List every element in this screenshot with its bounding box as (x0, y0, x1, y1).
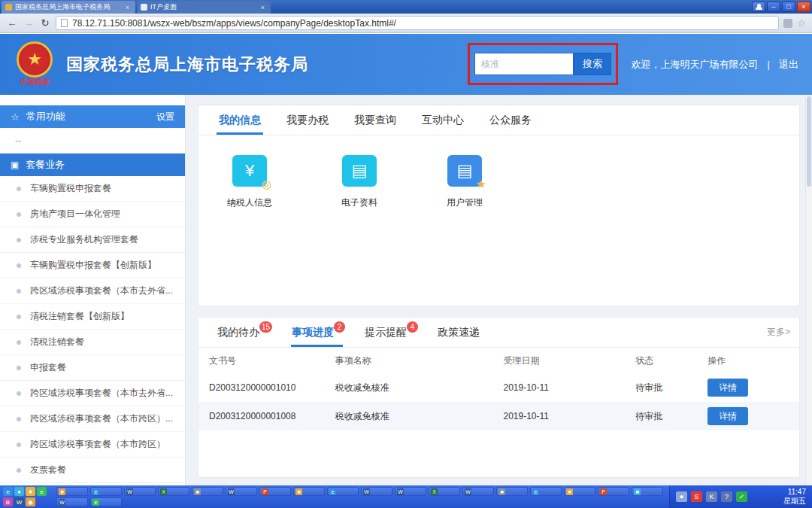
sidebar: 常用功能 设置 -- 套餐业务 车辆购置税申报套餐 房地产项目一体化管理 (0, 95, 186, 485)
taskbar-window-button[interactable]: X (158, 487, 189, 496)
tray-icon[interactable]: ● (676, 491, 687, 502)
taskbar-window-button[interactable]: ■ (192, 487, 223, 496)
taskbar-window-button[interactable]: ■ (496, 487, 528, 496)
main-tab[interactable]: 我要查询 (341, 105, 409, 135)
tasks-tab[interactable]: 提示提醒 4 (355, 318, 428, 347)
sidebar-item[interactable]: 清税注销套餐【创新版】 (0, 304, 185, 330)
sidebar-item[interactable]: 跨区域涉税事项套餐（本市去外省... (0, 278, 185, 304)
search-input[interactable] (474, 53, 574, 75)
taskbar-window-button[interactable]: P (259, 487, 291, 496)
taskbar-window-button[interactable]: e (530, 487, 562, 496)
taskbar-window-button[interactable]: ■ (56, 487, 88, 496)
tasks-tab-label: 政策速递 (438, 326, 480, 339)
close-button[interactable] (797, 2, 810, 12)
taskbar-window-button[interactable]: W (56, 497, 88, 506)
sidebar-item[interactable]: 房地产项目一体化管理 (0, 202, 185, 227)
quick-launch-icon[interactable]: W (14, 497, 24, 506)
sidebar-item[interactable]: 发票套餐 (0, 458, 185, 483)
more-link[interactable]: 更多> (767, 318, 790, 347)
taskbar-window-button[interactable]: e (327, 487, 359, 496)
quick-launch-icon[interactable]: e (3, 487, 13, 496)
taskbar-window-button[interactable]: W (395, 487, 426, 496)
tray-icon[interactable]: ? (721, 491, 732, 502)
quick-launch-icon[interactable]: B (3, 497, 13, 506)
taskbar-window-button[interactable]: X (429, 487, 460, 496)
shortcut[interactable]: ¥ ◎ 纳税人信息 (227, 155, 272, 209)
quick-launch-icon[interactable]: ● (14, 487, 24, 496)
shortcut[interactable]: ▤ ★ 用户管理 (447, 155, 483, 209)
maximize-button[interactable] (782, 2, 795, 12)
taskbar-window-button[interactable]: ■ (564, 487, 595, 496)
taskbar-window-buttons: ■ e W X ■ W (54, 485, 669, 508)
taskbar-window-button[interactable]: e (90, 497, 122, 506)
taskbar-window-button[interactable]: e (90, 487, 122, 496)
browser-titlebar: 国家税务总局上海市电子税务局 IT户桌面 (0, 0, 812, 14)
sidebar-item[interactable]: 涉税专业服务机构管理套餐 (0, 227, 185, 253)
scrollbar-thumb[interactable] (807, 96, 811, 187)
sidebar-item[interactable]: 车辆购置税申报套餐【创新版】 (0, 253, 185, 278)
quick-launch-icon[interactable]: ★ (26, 487, 35, 496)
shortcut[interactable]: ▤ 电子资料 (341, 155, 377, 209)
back-icon[interactable] (6, 17, 18, 29)
shortcut-glyph: ¥ (245, 161, 254, 181)
emblem-caption: 中国税务 (20, 77, 50, 87)
url-bar[interactable]: 78.12.71.150:8081/wszx-web/bszm/apps/vie… (56, 16, 779, 30)
profile-icon[interactable] (752, 2, 765, 12)
quick-launch-icon[interactable]: e (37, 487, 47, 496)
taskbar-window-button[interactable]: W (462, 487, 494, 496)
app-icon: ■ (295, 488, 302, 495)
vertical-scrollbar[interactable] (805, 95, 812, 485)
tab-badge: 4 (407, 321, 418, 333)
taskbar-window-button[interactable]: ■ (293, 487, 325, 496)
tasks-tab[interactable]: 事项进度 2 (282, 318, 355, 347)
sidebar-item-label: 申报套餐 (30, 361, 66, 374)
browser-tab[interactable]: IT户桌面 (137, 1, 271, 14)
search-button[interactable]: 搜索 (574, 53, 611, 75)
taskbar-window-button[interactable]: W (361, 487, 392, 496)
detail-button[interactable]: 详情 (707, 407, 748, 425)
sidebar-common-functions[interactable]: 常用功能 设置 (0, 105, 185, 128)
main-tab[interactable]: 我的信息 (206, 105, 274, 135)
app-icon: ■ (59, 488, 65, 495)
forward-icon[interactable] (23, 17, 35, 29)
tray-icon[interactable]: ✓ (736, 491, 747, 502)
taskbar-window-button[interactable]: W (124, 487, 156, 496)
sidebar-item[interactable]: 车辆购置税申报套餐 (0, 176, 185, 202)
tray-icon[interactable]: S (691, 491, 702, 502)
tab-badge: 2 (334, 321, 345, 333)
tasks-tab[interactable]: 政策速递 (428, 318, 489, 347)
clock-day: 星期五 (783, 497, 806, 506)
main-tab[interactable]: 我要办税 (274, 105, 341, 135)
sidebar-item-label: 清税注销套餐【创新版】 (30, 310, 129, 323)
sidebar-item[interactable]: 跨区域涉税事项套餐（本市去外省... (0, 381, 185, 406)
sidebar-item[interactable]: 清税注销套餐 (0, 330, 185, 355)
shortcut-label: 用户管理 (447, 196, 483, 209)
minimize-button[interactable] (767, 2, 780, 12)
main-tab-label: 我的信息 (219, 114, 261, 127)
sidebar-section-packages[interactable]: 套餐业务 (0, 154, 185, 176)
refresh-icon[interactable] (39, 17, 51, 29)
browser-tab[interactable]: 国家税务总局上海市电子税务局 (2, 1, 135, 14)
quick-launch: e ● ★ e B W ◆ (0, 485, 54, 508)
taskbar-window-button[interactable]: W (226, 487, 257, 496)
sidebar-item[interactable]: 跨区域涉税事项套餐（本市跨区） (0, 432, 185, 458)
tasks-tab-label: 我的待办 (217, 326, 259, 339)
taskbar-window-button[interactable]: P (598, 487, 629, 496)
bookmark-star-icon[interactable] (797, 17, 806, 29)
page-tools-icon[interactable] (783, 19, 792, 28)
detail-button[interactable]: 详情 (707, 379, 748, 397)
main-tab[interactable]: 公众服务 (477, 105, 544, 135)
shortcut-glyph: ▤ (352, 161, 368, 181)
tab-close-icon[interactable] (123, 4, 132, 11)
sidebar-item[interactable]: 申报套餐 (0, 355, 185, 381)
taskbar-window-button[interactable]: ■ (632, 487, 663, 496)
main-tab[interactable]: 互动中心 (409, 105, 477, 135)
sidebar-item[interactable]: 跨区域涉税事项套餐（本市跨区）... (0, 406, 185, 432)
tab-close-icon[interactable] (259, 4, 267, 11)
tasks-tabs: 我的待办 15 事项进度 2 提示提醒 4 (198, 318, 799, 348)
logout-link[interactable]: 退出 (779, 58, 798, 71)
quick-launch-icon[interactable]: ◆ (26, 497, 35, 506)
tray-icon[interactable]: K (706, 491, 717, 502)
settings-link[interactable]: 设置 (156, 111, 174, 123)
tasks-tab[interactable]: 我的待办 15 (208, 318, 282, 347)
